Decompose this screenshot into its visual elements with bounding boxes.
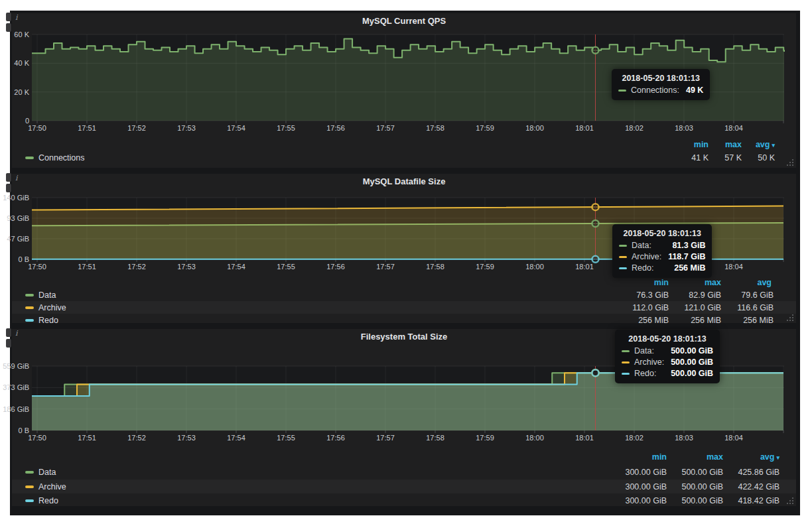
- legend-series-archive[interactable]: Archive: [25, 303, 66, 312]
- tooltip-series-label: Data:: [634, 346, 654, 356]
- series-color-dash: [25, 319, 34, 322]
- tooltip-series-label: Connections:: [631, 86, 679, 95]
- panel-resize-grip[interactable]: [787, 159, 794, 166]
- legend-row: Data 300.00 GiB 500.00 GiB 425.86 GiB: [12, 465, 796, 479]
- x-tick-label: 17:51: [70, 263, 103, 271]
- hover-point-marker: [592, 204, 599, 210]
- panel-drag-handle[interactable]: [6, 13, 11, 34]
- legend-series-label: Data: [38, 468, 56, 477]
- panel-drag-handle[interactable]: [6, 328, 11, 350]
- series-color-dash: [622, 361, 630, 363]
- stat-header-avg[interactable]: avg: [721, 278, 774, 287]
- stat-header-max[interactable]: max: [667, 452, 723, 462]
- hover-point-marker: [592, 369, 599, 376]
- x-tick-label: 17:58: [419, 263, 452, 271]
- x-tick-label: 17:58: [419, 434, 452, 442]
- legend-row: Archive 112.0 GiB 121.0 GiB 116.6 GiB: [12, 301, 796, 314]
- legend-row: Redo 300.00 GiB 500.00 GiB 418.42 GiB: [12, 493, 796, 507]
- legend-series-label: Data: [38, 291, 56, 300]
- legend-series-label: Redo: [38, 316, 58, 325]
- x-tick-label: 17:54: [220, 434, 253, 442]
- stat-avg-value: 256 MiB: [721, 316, 774, 325]
- x-tick-label: 18:01: [568, 124, 601, 132]
- series-color-dash: [25, 294, 34, 296]
- stat-header-avg[interactable]: avg▾: [742, 140, 775, 149]
- tooltip-timestamp: 2018-05-20 18:01:13: [618, 74, 703, 83]
- x-tick-label: 17:55: [269, 124, 303, 132]
- stat-avg-value: 79.6 GiB: [721, 291, 774, 300]
- legend-series-data[interactable]: Data: [25, 468, 56, 477]
- x-tick-label: 17:55: [269, 434, 303, 442]
- x-tick-label: 18:02: [618, 434, 651, 442]
- legend-row: Connections 41 K 57 K 50 K: [12, 152, 796, 164]
- x-tick-label: 18:00: [518, 124, 551, 132]
- x-tick-label: 17:56: [319, 434, 352, 442]
- stat-header-min[interactable]: min: [616, 278, 669, 287]
- x-tick-label: 18:00: [518, 434, 551, 442]
- x-tick-label: 17:54: [220, 263, 253, 271]
- legend-series-label: Connections: [38, 153, 85, 162]
- legend-series-redo[interactable]: Redo: [25, 496, 58, 505]
- x-tick-label: 17:55: [269, 263, 303, 271]
- series-color-dash: [619, 256, 627, 258]
- stat-header-min[interactable]: min: [675, 140, 709, 149]
- tooltip-series-value: 256 MiB: [674, 263, 705, 273]
- panel-title[interactable]: MySQL Datafile Size: [12, 176, 796, 186]
- legend-series-redo[interactable]: Redo: [25, 316, 58, 325]
- series-color-dash: [25, 471, 34, 474]
- legend-series-label: Redo: [38, 496, 58, 505]
- stat-header-avg[interactable]: avg▾: [723, 452, 779, 462]
- stat-header-min[interactable]: min: [610, 452, 667, 462]
- panel-drag-handle[interactable]: [6, 173, 11, 194]
- stats-header-row: min max avg▾: [12, 451, 796, 463]
- tooltip-series-label: Redo:: [632, 263, 653, 273]
- stat-min-value: 112.0 GiB: [616, 303, 669, 312]
- stat-max-value: 121.0 GiB: [669, 303, 721, 312]
- stat-max-value: 57 K: [709, 153, 742, 162]
- x-tick-label: 17:51: [70, 124, 103, 132]
- sort-caret-icon: ▾: [776, 454, 779, 461]
- chart-tooltip: 2018-05-20 18:01:13 Connections: 49 K: [612, 69, 710, 100]
- x-tick-label: 17:57: [369, 124, 402, 132]
- x-tick-label: 17:58: [419, 124, 452, 132]
- x-axis: 17:5017:5117:5217:5317:5417:5517:5617:57…: [12, 124, 796, 133]
- legend-row: Data 76.3 GiB 82.9 GiB 79.6 GiB: [12, 289, 796, 301]
- stats-header-row: min max avg: [12, 277, 796, 289]
- tooltip-series-value: 500.00 GiB: [671, 369, 713, 378]
- x-tick-label: 17:50: [21, 434, 54, 442]
- stat-max-value: 500.00 GiB: [667, 468, 723, 477]
- stat-max-value: 500.00 GiB: [667, 482, 723, 491]
- legend-series-label: Archive: [38, 482, 66, 491]
- panel-title[interactable]: MySQL Current QPS: [12, 16, 796, 26]
- tooltip-series-value: 118.7 GiB: [668, 252, 705, 261]
- stat-header-max[interactable]: max: [669, 278, 721, 287]
- y-tick-label: 93 GiB: [1, 214, 29, 222]
- panel-resize-grip[interactable]: [787, 314, 794, 322]
- x-tick-label: 17:59: [468, 124, 502, 132]
- series-color-dash: [25, 306, 34, 309]
- stats-header-row: min max avg▾: [12, 139, 796, 151]
- stat-max-value: 82.9 GiB: [669, 291, 721, 300]
- x-tick-label: 17:52: [120, 434, 153, 442]
- y-tick-label: 373 GiB: [1, 383, 29, 391]
- series-color-dash: [25, 499, 34, 502]
- x-tick-label: 17:57: [369, 263, 402, 271]
- x-tick-label: 17:53: [170, 124, 203, 132]
- legend-series-archive[interactable]: Archive: [25, 482, 66, 491]
- x-tick-label: 17:50: [21, 124, 54, 132]
- legend-series-connections[interactable]: Connections: [25, 153, 85, 162]
- chart-tooltip: 2018-05-20 18:01:13 Data: 81.3 GiB Archi…: [612, 224, 712, 278]
- x-tick-label: 17:57: [369, 434, 402, 442]
- tooltip-series-value: 49 K: [686, 86, 703, 95]
- stat-min-value: 256 MiB: [616, 316, 669, 325]
- x-tick-label: 17:59: [468, 263, 502, 271]
- panel-resize-grip[interactable]: [787, 497, 794, 505]
- stat-header-max[interactable]: max: [709, 140, 742, 149]
- legend-row: Redo 256 MiB 256 MiB 256 MiB: [12, 314, 796, 326]
- x-tick-label: 17:51: [70, 434, 103, 442]
- legend-series-data[interactable]: Data: [25, 291, 56, 300]
- stat-min-value: 300.00 GiB: [610, 496, 667, 505]
- stat-avg-value: 116.6 GiB: [721, 303, 774, 312]
- x-tick-label: 18:01: [568, 263, 601, 271]
- tooltip-timestamp: 2018-05-20 18:01:13: [622, 334, 713, 344]
